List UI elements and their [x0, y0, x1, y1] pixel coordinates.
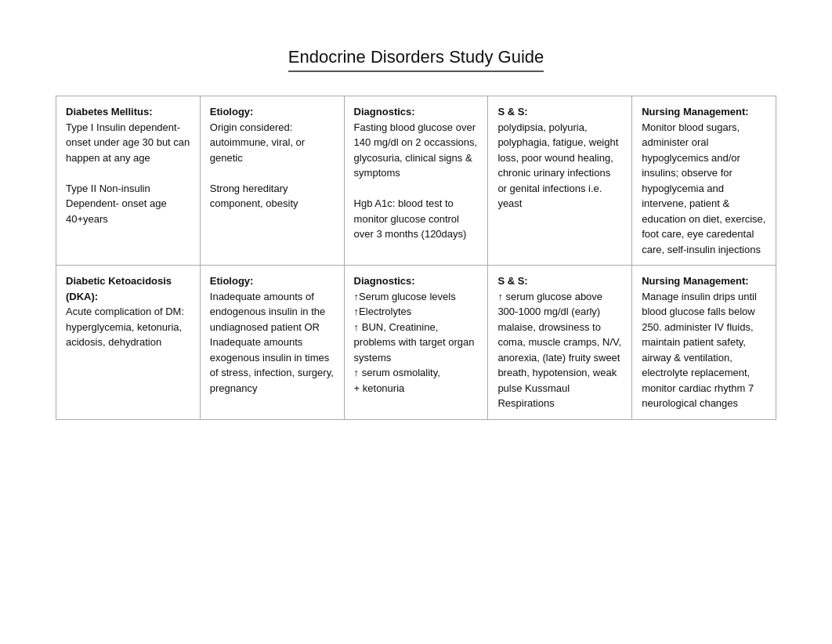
cell-condition-row0: Diabetes Mellitus:Type I Insulin depende… — [56, 96, 201, 266]
cell-label-etiology-row0: Etiology: — [210, 106, 254, 118]
cell-content-diagnostics-row1-line1: ↑Electrolytes — [354, 306, 412, 317]
cell-content-ss-row1-line0: ↑ serum glucose above 300-1000 mg/dl (ea… — [497, 291, 621, 410]
cell-ss-row0: S & S:polydipsia, polyuria, polyphagia, … — [488, 96, 632, 266]
cell-label-ss-row1: S & S: — [497, 275, 527, 287]
title-area: Endocrine Disorders Study Guide — [288, 47, 544, 72]
page-container: Endocrine Disorders Study Guide Diabetes… — [0, 0, 832, 644]
cell-label-ss-row0: S & S: — [497, 106, 527, 118]
cell-diagnostics-row0: Diagnostics:Fasting blood glucose over 1… — [344, 96, 488, 266]
cell-label-nursing-row0: Nursing Management: — [642, 106, 749, 118]
study-table: Diabetes Mellitus:Type I Insulin depende… — [56, 96, 776, 420]
table-row: Diabetic Ketoacidosis (DKA):Acute compli… — [56, 266, 776, 420]
cell-content-diagnostics-row0-line0: Fasting blood glucose over 140 mg/dl on … — [354, 121, 478, 179]
cell-ss-row1: S & S:↑ serum glucose above 300-1000 mg/… — [488, 266, 632, 420]
cell-label-etiology-row1: Etiology: — [210, 275, 254, 287]
cell-content-ss-row0-line0: polydipsia, polyuria, polyphagia, fatigu… — [497, 121, 618, 210]
cell-label-nursing-row1: Nursing Management: — [642, 275, 749, 287]
cell-content-nursing-row1-line0: Manage insulin drips until blood glucose… — [642, 291, 757, 410]
cell-diagnostics-row1: Diagnostics:↑Serum glucose levels↑Electr… — [344, 266, 488, 420]
cell-content-diagnostics-row0-line2: Hgb A1c: blood test to monitor glucose c… — [354, 197, 467, 240]
cell-content-nursing-row0-line0: Monitor blood sugars, administer oral hy… — [642, 121, 765, 255]
cell-label-condition-row0: Diabetes Mellitus: — [66, 106, 153, 118]
cell-content-diagnostics-row1-line4: + ketonuria — [354, 382, 405, 394]
cell-content-diagnostics-row1-line0: ↑Serum glucose levels — [354, 291, 456, 302]
table-row: Diabetes Mellitus:Type I Insulin depende… — [56, 96, 776, 266]
cell-content-etiology-row1-line1: Inadequate amounts exogenous insulin in … — [210, 336, 334, 394]
cell-content-diagnostics-row1-line3: ↑ serum osmolality, — [354, 367, 440, 378]
cell-etiology-row0: Etiology:Origin considered: autoimmune, … — [200, 96, 344, 266]
cell-condition-row1: Diabetic Ketoacidosis (DKA):Acute compli… — [56, 266, 201, 420]
cell-content-condition-row0-line2: Type II Non-insulin Dependent- onset age… — [66, 183, 167, 225]
cell-content-etiology-row0-line0: Origin considered: autoimmune, viral, or… — [210, 121, 305, 164]
cell-nursing-row0: Nursing Management:Monitor blood sugars,… — [632, 96, 776, 266]
cell-label-diagnostics-row0: Diagnostics: — [354, 106, 415, 118]
cell-label-condition-row1: Diabetic Ketoacidosis (DKA): — [66, 275, 172, 302]
cell-etiology-row1: Etiology:Inadequate amounts of endogenou… — [200, 266, 344, 420]
cell-content-diagnostics-row1-line2: ↑ BUN, Creatinine, problems with target … — [354, 321, 475, 364]
cell-content-condition-row0-line0: Type I Insulin dependent- onset under ag… — [66, 121, 190, 164]
cell-content-condition-row1-line0: Acute complication of DM: hyperglycemia,… — [66, 306, 184, 348]
cell-content-etiology-row1-line0: Inadequate amounts of endogenous insulin… — [210, 291, 325, 333]
cell-nursing-row1: Nursing Management:Manage insulin drips … — [632, 266, 776, 420]
cell-label-diagnostics-row1: Diagnostics: — [354, 275, 415, 287]
page-title: Endocrine Disorders Study Guide — [288, 47, 544, 67]
cell-content-etiology-row0-line2: Strong hereditary component, obesity — [210, 183, 298, 210]
